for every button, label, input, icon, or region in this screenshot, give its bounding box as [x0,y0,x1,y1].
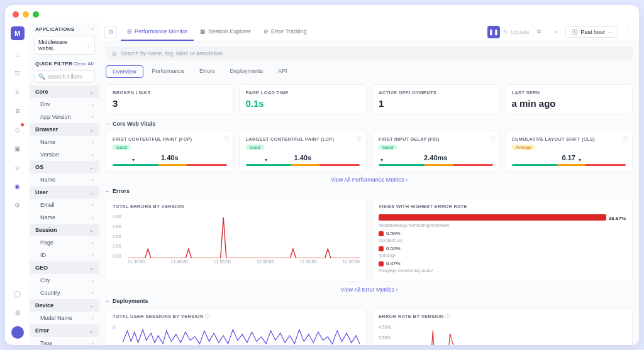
error-rate-top-path: /workflow/log-monitoring/overview [379,222,626,228]
sub-tab[interactable]: Deployments [224,65,270,78]
sessions-by-version-panel: TOTAL USER SESSIONS BY VERSION ⓘ 84 [106,308,367,345]
avatar[interactable] [11,326,24,339]
tab-settings-icon[interactable]: ⚙ [104,26,117,38]
section-deployments[interactable]: Deployments [106,298,633,304]
panel-title: ERROR RATE BY VERSION ⓘ [379,314,626,320]
apps-label: APPLICATIONS [35,26,75,32]
error-rate-row: 0.56% [379,231,626,236]
pause-button[interactable]: ❚❚ [487,26,500,38]
app-selector[interactable]: Middleware websi... ⌄ [34,36,95,55]
robot-icon[interactable]: ☺ [13,162,23,172]
main-tab[interactable]: ⊘Error Tracking [257,23,313,41]
close-icon[interactable] [13,11,19,18]
cwv-card: ⓘ LARGEST CONTENTFUL PAINT (LCP) Good 1.… [239,131,367,172]
filter-group[interactable]: Browser⌄ [30,123,99,136]
error-rate-top-pct: 26.67% [609,216,626,221]
clock-icon: 🕓 [571,29,578,35]
update-button[interactable]: ↻ Update [504,29,529,35]
alert-icon[interactable]: ◇ [13,124,23,134]
cwv-card: ⓘ FIRST CONTENTFUL PAINT (FCP) Good 1.40… [106,131,234,172]
chevron-down-icon: ⌄ [86,43,91,48]
misc-icon[interactable]: ⊞ [13,307,23,317]
info-icon[interactable]: ⓘ [224,135,230,143]
filter-item[interactable]: Name› [30,173,99,186]
apps-header: APPLICATIONS › [30,23,99,33]
filter-item[interactable]: City› [30,274,99,287]
app-selected: Middleware websi... [38,39,86,52]
home-icon[interactable]: ⌂ [13,49,23,59]
maximize-icon[interactable] [33,11,39,18]
view-all-errors[interactable]: View All Error Metrics › [106,287,633,293]
chevron-down-icon: ⌄ [608,29,612,35]
infra-icon[interactable]: ☷ [13,68,23,78]
filter-item[interactable]: Page› [30,236,99,249]
filter-item[interactable]: App Version› [30,111,99,123]
kpi-card: ACTIVE DEPLOYMENTS1 [372,84,500,114]
filter-group[interactable]: Error⌄ [30,324,99,337]
filter-item[interactable]: Model Name› [30,312,99,324]
minimize-icon[interactable] [23,11,29,18]
filter-item[interactable]: Version› [30,148,99,161]
tab-icon: ⊘ [264,28,269,35]
sub-tab[interactable]: Overview [106,65,143,78]
panel-title: VIEWS WITH HIGHEST ERROR RATE [379,204,626,209]
chevron-right-icon[interactable]: › [92,26,94,32]
filter-item[interactable]: Name› [30,211,99,224]
kpi-row: BROKEN LINKS3PAGE LOAD TIME0.1sACTIVE DE… [106,84,633,114]
filter-item[interactable]: ID› [30,249,99,261]
view-all-performance[interactable]: View All Performance Metrics › [106,177,633,183]
window-controls [5,5,47,24]
sub-tab[interactable]: Errors [193,65,221,78]
rum-icon[interactable]: ◉ [13,181,23,191]
filter-group[interactable]: Device⌄ [30,299,99,312]
filter-group[interactable]: Session⌄ [30,224,99,236]
cwv-cards: ⓘ FIRST CONTENTFUL PAINT (FCP) Good 1.40… [106,131,633,172]
more-icon[interactable]: ⋮ [621,26,634,38]
filter-item[interactable]: Country› [30,287,99,299]
top-tabs: ⚙ ⊞Performance Monitor▦Session Explorer⊘… [99,23,639,41]
grid-icon[interactable]: ▣ [13,143,23,153]
target-icon: ◎ [112,50,117,57]
sub-tab[interactable]: API [272,65,294,78]
filter-group[interactable]: GEO⌄ [30,261,99,274]
section-core-web-vitals[interactable]: Core Web Vitals [106,121,633,127]
filter-item[interactable]: Email› [30,199,99,211]
global-search[interactable]: ◎ Search by name, tag, label or annotati… [106,46,633,60]
kpi-card: BROKEN LINKS3 [106,84,234,114]
lines-icon[interactable]: ≡ [13,87,23,97]
quickfilter-label: QUICK FILTER [35,61,72,67]
info-icon[interactable]: ⓘ [357,135,362,143]
search-icon: 🔍 [38,74,45,80]
settings-icon[interactable]: ⚙ [13,200,23,210]
error-rate-row: 0.47% [379,261,626,266]
panel-title: TOTAL ERRORS BY VERSION [113,204,360,209]
filter-item[interactable]: Env› [30,98,99,111]
section-errors[interactable]: Errors [106,188,633,194]
filter-item[interactable]: Type› [30,337,99,345]
clear-all-link[interactable]: Clear All [74,61,94,67]
doc-icon[interactable]: 🗎 [13,106,23,116]
time-range-selector[interactable]: 🕓 Past hour ⌄ [565,26,618,38]
main-tab[interactable]: ▦Session Explorer [194,23,257,41]
filter-sidebar: APPLICATIONS › Middleware websi... ⌄ QUI… [30,23,99,345]
filter-group[interactable]: User⌄ [30,186,99,199]
filter-group[interactable]: Core⌄ [30,85,99,98]
app-logo[interactable]: M [11,26,25,40]
collapse-icon[interactable]: « [549,26,562,38]
kpi-card: LAST SEENa min ago [505,84,633,114]
errors-chart: 4.003.002.001.000.00 [113,214,360,258]
filter-group[interactable]: OS⌄ [30,161,99,173]
copy-icon[interactable]: ⧉ [533,26,545,38]
error-rate-row: 0.52% [379,246,626,251]
info-icon[interactable]: ⓘ [623,135,628,143]
filter-search[interactable]: 🔍 Search Filters [34,70,95,83]
help-icon[interactable]: ◯ [13,288,23,298]
total-errors-panel: TOTAL ERRORS BY VERSION 4.003.002.001.00… [106,198,367,282]
search-placeholder: Search by name, tag, label or annotation [121,50,223,57]
sub-tab[interactable]: Performance [146,65,191,78]
filter-search-placeholder: Search Filters [48,74,83,80]
filter-item[interactable]: Name› [30,136,99,148]
error-rate-bar [379,214,606,221]
info-icon[interactable]: ⓘ [490,135,496,143]
main-tab[interactable]: ⊞Performance Monitor [121,23,194,41]
